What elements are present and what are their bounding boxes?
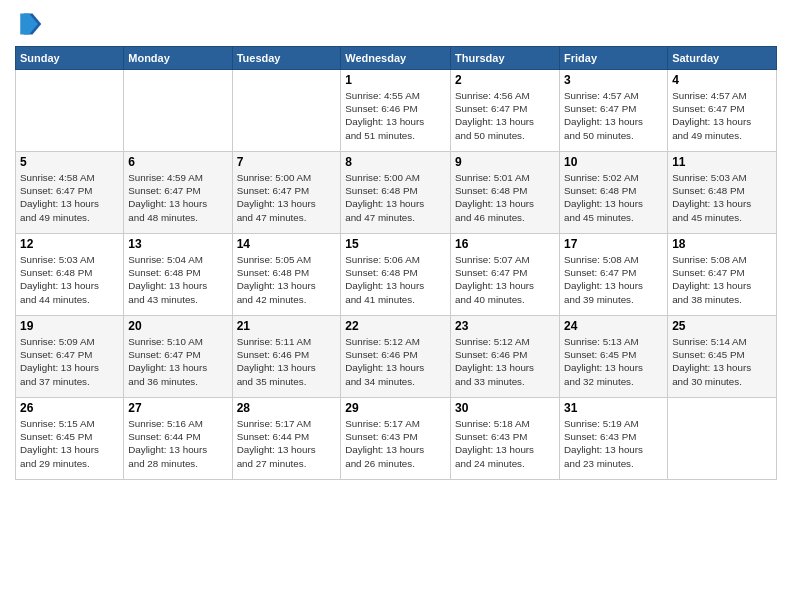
day-info: Sunrise: 5:17 AM Sunset: 6:44 PM Dayligh… (237, 417, 337, 470)
day-info: Sunrise: 5:07 AM Sunset: 6:47 PM Dayligh… (455, 253, 555, 306)
calendar-cell: 12Sunrise: 5:03 AM Sunset: 6:48 PM Dayli… (16, 234, 124, 316)
calendar-cell (16, 70, 124, 152)
header-row: SundayMondayTuesdayWednesdayThursdayFrid… (16, 47, 777, 70)
day-info: Sunrise: 5:08 AM Sunset: 6:47 PM Dayligh… (672, 253, 772, 306)
day-info: Sunrise: 5:11 AM Sunset: 6:46 PM Dayligh… (237, 335, 337, 388)
day-number: 16 (455, 237, 555, 251)
calendar-cell: 6Sunrise: 4:59 AM Sunset: 6:47 PM Daylig… (124, 152, 232, 234)
day-number: 7 (237, 155, 337, 169)
day-number: 30 (455, 401, 555, 415)
calendar-cell: 20Sunrise: 5:10 AM Sunset: 6:47 PM Dayli… (124, 316, 232, 398)
day-info: Sunrise: 5:04 AM Sunset: 6:48 PM Dayligh… (128, 253, 227, 306)
day-info: Sunrise: 5:03 AM Sunset: 6:48 PM Dayligh… (672, 171, 772, 224)
day-info: Sunrise: 5:15 AM Sunset: 6:45 PM Dayligh… (20, 417, 119, 470)
calendar-cell: 29Sunrise: 5:17 AM Sunset: 6:43 PM Dayli… (341, 398, 451, 480)
day-number: 27 (128, 401, 227, 415)
day-number: 24 (564, 319, 663, 333)
page-container: SundayMondayTuesdayWednesdayThursdayFrid… (0, 0, 792, 490)
week-row-1: 1Sunrise: 4:55 AM Sunset: 6:46 PM Daylig… (16, 70, 777, 152)
day-number: 5 (20, 155, 119, 169)
day-number: 17 (564, 237, 663, 251)
calendar-cell: 18Sunrise: 5:08 AM Sunset: 6:47 PM Dayli… (668, 234, 777, 316)
day-info: Sunrise: 5:00 AM Sunset: 6:48 PM Dayligh… (345, 171, 446, 224)
day-info: Sunrise: 5:02 AM Sunset: 6:48 PM Dayligh… (564, 171, 663, 224)
day-number: 8 (345, 155, 446, 169)
calendar-cell: 26Sunrise: 5:15 AM Sunset: 6:45 PM Dayli… (16, 398, 124, 480)
day-info: Sunrise: 5:12 AM Sunset: 6:46 PM Dayligh… (455, 335, 555, 388)
day-number: 12 (20, 237, 119, 251)
day-info: Sunrise: 5:14 AM Sunset: 6:45 PM Dayligh… (672, 335, 772, 388)
day-number: 14 (237, 237, 337, 251)
calendar-cell (124, 70, 232, 152)
calendar-cell: 17Sunrise: 5:08 AM Sunset: 6:47 PM Dayli… (560, 234, 668, 316)
calendar-cell: 27Sunrise: 5:16 AM Sunset: 6:44 PM Dayli… (124, 398, 232, 480)
calendar-cell: 5Sunrise: 4:58 AM Sunset: 6:47 PM Daylig… (16, 152, 124, 234)
day-info: Sunrise: 4:58 AM Sunset: 6:47 PM Dayligh… (20, 171, 119, 224)
calendar-cell: 24Sunrise: 5:13 AM Sunset: 6:45 PM Dayli… (560, 316, 668, 398)
calendar-cell: 23Sunrise: 5:12 AM Sunset: 6:46 PM Dayli… (451, 316, 560, 398)
day-info: Sunrise: 4:57 AM Sunset: 6:47 PM Dayligh… (672, 89, 772, 142)
calendar-cell (232, 70, 341, 152)
day-header-wednesday: Wednesday (341, 47, 451, 70)
day-info: Sunrise: 4:56 AM Sunset: 6:47 PM Dayligh… (455, 89, 555, 142)
calendar-table: SundayMondayTuesdayWednesdayThursdayFrid… (15, 46, 777, 480)
calendar-cell: 28Sunrise: 5:17 AM Sunset: 6:44 PM Dayli… (232, 398, 341, 480)
calendar-cell: 3Sunrise: 4:57 AM Sunset: 6:47 PM Daylig… (560, 70, 668, 152)
day-info: Sunrise: 5:06 AM Sunset: 6:48 PM Dayligh… (345, 253, 446, 306)
day-header-tuesday: Tuesday (232, 47, 341, 70)
calendar-cell: 22Sunrise: 5:12 AM Sunset: 6:46 PM Dayli… (341, 316, 451, 398)
day-number: 25 (672, 319, 772, 333)
week-row-3: 12Sunrise: 5:03 AM Sunset: 6:48 PM Dayli… (16, 234, 777, 316)
header (15, 10, 777, 38)
day-info: Sunrise: 5:17 AM Sunset: 6:43 PM Dayligh… (345, 417, 446, 470)
day-header-monday: Monday (124, 47, 232, 70)
day-number: 15 (345, 237, 446, 251)
day-info: Sunrise: 4:59 AM Sunset: 6:47 PM Dayligh… (128, 171, 227, 224)
calendar-cell: 31Sunrise: 5:19 AM Sunset: 6:43 PM Dayli… (560, 398, 668, 480)
day-info: Sunrise: 5:18 AM Sunset: 6:43 PM Dayligh… (455, 417, 555, 470)
logo (15, 10, 47, 38)
calendar-cell: 2Sunrise: 4:56 AM Sunset: 6:47 PM Daylig… (451, 70, 560, 152)
calendar-cell: 1Sunrise: 4:55 AM Sunset: 6:46 PM Daylig… (341, 70, 451, 152)
day-number: 1 (345, 73, 446, 87)
day-number: 19 (20, 319, 119, 333)
day-number: 11 (672, 155, 772, 169)
day-number: 9 (455, 155, 555, 169)
day-info: Sunrise: 5:08 AM Sunset: 6:47 PM Dayligh… (564, 253, 663, 306)
day-info: Sunrise: 5:00 AM Sunset: 6:47 PM Dayligh… (237, 171, 337, 224)
day-info: Sunrise: 4:55 AM Sunset: 6:46 PM Dayligh… (345, 89, 446, 142)
week-row-4: 19Sunrise: 5:09 AM Sunset: 6:47 PM Dayli… (16, 316, 777, 398)
calendar-cell: 13Sunrise: 5:04 AM Sunset: 6:48 PM Dayli… (124, 234, 232, 316)
day-info: Sunrise: 5:09 AM Sunset: 6:47 PM Dayligh… (20, 335, 119, 388)
calendar-cell: 9Sunrise: 5:01 AM Sunset: 6:48 PM Daylig… (451, 152, 560, 234)
day-number: 6 (128, 155, 227, 169)
day-info: Sunrise: 5:05 AM Sunset: 6:48 PM Dayligh… (237, 253, 337, 306)
day-number: 18 (672, 237, 772, 251)
calendar-cell: 8Sunrise: 5:00 AM Sunset: 6:48 PM Daylig… (341, 152, 451, 234)
calendar-cell: 19Sunrise: 5:09 AM Sunset: 6:47 PM Dayli… (16, 316, 124, 398)
day-number: 13 (128, 237, 227, 251)
day-header-saturday: Saturday (668, 47, 777, 70)
day-number: 23 (455, 319, 555, 333)
day-info: Sunrise: 5:10 AM Sunset: 6:47 PM Dayligh… (128, 335, 227, 388)
calendar-cell: 25Sunrise: 5:14 AM Sunset: 6:45 PM Dayli… (668, 316, 777, 398)
day-number: 10 (564, 155, 663, 169)
day-number: 20 (128, 319, 227, 333)
day-header-friday: Friday (560, 47, 668, 70)
day-number: 2 (455, 73, 555, 87)
day-number: 21 (237, 319, 337, 333)
day-number: 29 (345, 401, 446, 415)
day-info: Sunrise: 5:16 AM Sunset: 6:44 PM Dayligh… (128, 417, 227, 470)
calendar-cell: 7Sunrise: 5:00 AM Sunset: 6:47 PM Daylig… (232, 152, 341, 234)
day-number: 3 (564, 73, 663, 87)
calendar-cell: 21Sunrise: 5:11 AM Sunset: 6:46 PM Dayli… (232, 316, 341, 398)
day-info: Sunrise: 5:13 AM Sunset: 6:45 PM Dayligh… (564, 335, 663, 388)
calendar-cell: 16Sunrise: 5:07 AM Sunset: 6:47 PM Dayli… (451, 234, 560, 316)
calendar-cell (668, 398, 777, 480)
day-header-sunday: Sunday (16, 47, 124, 70)
day-number: 22 (345, 319, 446, 333)
calendar-cell: 4Sunrise: 4:57 AM Sunset: 6:47 PM Daylig… (668, 70, 777, 152)
logo-icon (15, 10, 43, 38)
week-row-2: 5Sunrise: 4:58 AM Sunset: 6:47 PM Daylig… (16, 152, 777, 234)
calendar-cell: 14Sunrise: 5:05 AM Sunset: 6:48 PM Dayli… (232, 234, 341, 316)
